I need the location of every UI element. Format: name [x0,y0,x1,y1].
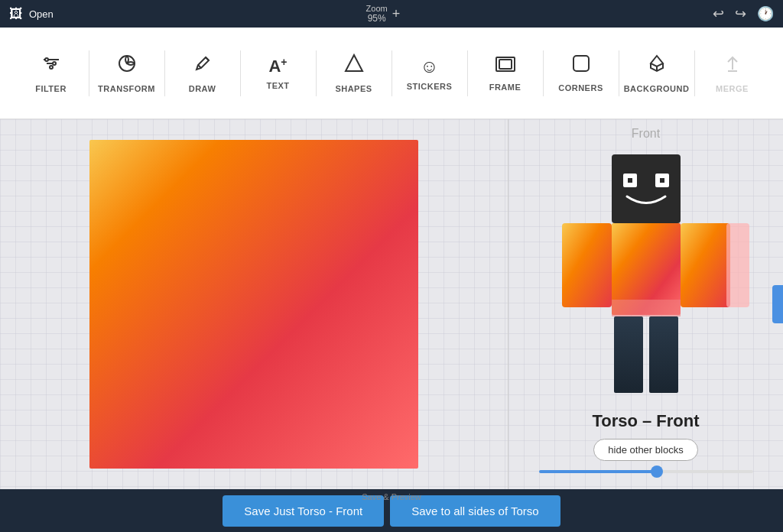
svg-point-4 [53,62,56,65]
main-area: Front [0,119,783,489]
svg-rect-15 [660,178,664,183]
topbar-left: 🖼 Open [9,6,54,22]
svg-rect-11 [612,154,681,223]
zoom-value: 95% [366,13,388,24]
svg-rect-10 [573,56,589,71]
tool-transform[interactable]: TRANSFORM [93,35,161,112]
background-label: BACKGROUND [624,84,690,93]
roblox-svg [524,147,768,407]
roblox-character [524,147,768,407]
slider-fill [539,470,657,473]
draw-label: DRAW [189,84,216,93]
filter-label: FILTER [35,84,67,93]
stickers-label: STICKERS [407,82,453,91]
merge-label: MERGE [716,84,749,93]
shapes-label: SHAPES [335,84,372,93]
front-label: Front [632,127,660,141]
tool-merge[interactable]: MERGE [698,35,767,112]
hide-other-blocks-button[interactable]: hide other blocks [593,439,697,461]
tool-background[interactable]: BACKGROUND [622,35,691,112]
transform-icon [116,53,138,79]
save-preview-label: Save & Preview [362,492,421,501]
divider-8 [619,50,619,96]
save-torso-front-button[interactable]: Save Just Torso - Front [223,495,384,527]
canvas-area[interactable] [0,119,508,489]
slider-thumb[interactable] [651,466,663,478]
tool-draw[interactable]: DRAW [168,35,237,112]
corners-icon [571,54,591,79]
open-icon: 🖼 [9,6,23,22]
draw-icon [192,53,213,79]
topbar-center: Zoom 95% + [366,4,401,24]
svg-rect-19 [614,316,643,393]
filter-icon [41,53,62,79]
svg-rect-21 [726,223,749,307]
svg-rect-14 [628,178,632,183]
tool-corners[interactable]: CORNERS [547,35,616,112]
redo-icon[interactable]: ↪ [735,5,746,22]
shapes-icon [343,53,365,79]
tool-frame[interactable]: FRAME [471,35,540,112]
divider-5 [392,50,392,96]
transform-label: TRANSFORM [98,84,155,93]
svg-rect-17 [681,223,730,307]
background-icon [646,53,668,79]
svg-point-5 [50,66,53,69]
frame-label: FRAME [489,83,521,92]
divider-6 [467,50,468,96]
divider-3 [240,50,241,96]
divider-1 [89,50,89,96]
svg-rect-9 [499,60,512,69]
divider-2 [164,50,165,96]
stickers-icon: ☺ [420,56,439,77]
tool-text[interactable]: A+ TEXT [244,35,313,112]
divider-9 [694,50,695,96]
text-label: TEXT [266,81,289,90]
svg-rect-20 [649,316,678,393]
tool-shapes[interactable]: SHAPES [320,35,388,112]
divider-7 [543,50,544,96]
corners-label: CORNERS [558,83,603,92]
zoom-plus-button[interactable]: + [392,6,401,22]
toolbar: FILTER TRANSFORM DRAW A+ TEXT [0,28,783,119]
right-edge-handle[interactable] [772,285,783,323]
undo-icon[interactable]: ↩ [713,5,724,22]
open-button[interactable]: Open [29,8,54,20]
torso-name: Torso – Front [592,411,699,431]
canvas-content [89,140,418,469]
frame-icon [495,54,516,78]
history-icon[interactable]: 🕐 [757,5,774,22]
zoom-text-label: Zoom [366,4,388,13]
svg-marker-7 [346,55,362,71]
svg-rect-16 [562,223,612,307]
text-icon: A+ [268,56,287,76]
divider-4 [316,50,317,96]
top-bar: 🖼 Open Zoom 95% + ↩ ↪ 🕐 [0,0,783,28]
svg-point-3 [45,58,48,61]
slider-track [539,470,753,473]
slider-container [539,470,753,473]
tool-filter[interactable]: FILTER [17,35,86,112]
tool-stickers[interactable]: ☺ STICKERS [395,35,464,112]
topbar-right: ↩ ↪ 🕐 [713,5,774,22]
svg-rect-22 [612,300,681,316]
merge-icon [722,53,743,79]
bottom-bar: Save & Preview Save Just Torso - Front S… [0,489,783,532]
preview-panel: Front [508,119,783,489]
